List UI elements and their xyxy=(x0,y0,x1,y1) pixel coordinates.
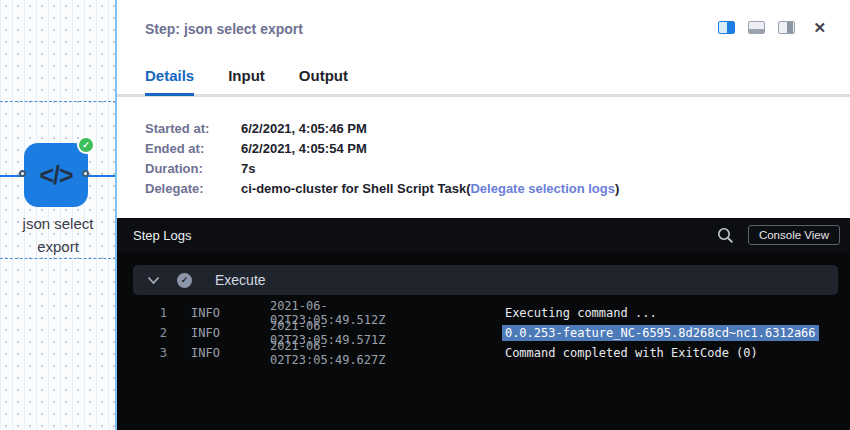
node-output-port[interactable] xyxy=(82,170,89,177)
stage-boundary-top xyxy=(0,101,116,102)
log-message: Executing command ... xyxy=(505,306,657,320)
log-message: Command completed with ExitCode (0) xyxy=(505,346,758,360)
log-message-selected: 0.0.253-feature_NC-6595.8d268cd~nc1.6312… xyxy=(502,325,819,341)
detail-value-ended: 6/2/2021, 4:05:54 PM xyxy=(241,139,619,159)
detail-label-delegate: Delegate: xyxy=(145,179,241,199)
log-line-2[interactable]: 2 INFO 2021-06-02T23:05:49.571Z 0.0.253-… xyxy=(117,323,850,343)
bottom-panel-icon[interactable] xyxy=(748,21,765,34)
log-timestamp: 2021-06-02T23:05:49.627Z xyxy=(270,339,443,367)
log-line-number: 3 xyxy=(147,346,167,360)
delegate-selection-logs-link[interactable]: Delegate selection logs xyxy=(470,181,615,196)
detail-label-duration: Duration: xyxy=(145,159,241,179)
detail-value-duration: 7s xyxy=(241,159,619,179)
search-icon[interactable] xyxy=(717,227,734,244)
node-label: json select export xyxy=(0,212,116,259)
log-level: INFO xyxy=(191,346,220,360)
success-check-badge: ✓ xyxy=(77,136,95,154)
step-logs-title: Step Logs xyxy=(133,228,192,243)
console-view-button[interactable]: Console View xyxy=(748,225,840,245)
step-details-panel: Step: json select export ✕ Details Input… xyxy=(117,0,850,218)
log-section-title: Execute xyxy=(215,272,266,288)
code-icon: </> xyxy=(39,161,72,190)
log-line-3[interactable]: 3 INFO 2021-06-02T23:05:49.627Z Command … xyxy=(117,343,850,363)
step-logs-header: Step Logs Console View xyxy=(117,218,850,252)
logs-actions: Console View xyxy=(717,218,840,252)
log-level: INFO xyxy=(191,326,220,340)
pipeline-canvas[interactable]: </> ✓ json select export xyxy=(0,0,116,430)
tab-input[interactable]: Input xyxy=(228,67,265,96)
log-level: INFO xyxy=(191,306,220,320)
log-line-number: 1 xyxy=(147,306,167,320)
canvas-panel-divider[interactable] xyxy=(115,0,117,430)
detail-label-ended: Ended at: xyxy=(145,139,241,159)
chevron-down-icon[interactable] xyxy=(147,276,160,285)
log-line-1[interactable]: 1 INFO 2021-06-02T23:05:49.512Z Executin… xyxy=(117,303,850,323)
panel-title: Step: json select export xyxy=(145,21,303,37)
node-input-port[interactable] xyxy=(19,170,26,177)
detail-value-started: 6/2/2021, 4:05:46 PM xyxy=(241,119,619,139)
right-panel-icon[interactable] xyxy=(778,21,795,34)
step-node-json-select-export[interactable]: </> ✓ xyxy=(24,143,88,207)
detail-value-delegate: ci-demo-cluster for Shell Script Task(De… xyxy=(241,179,619,199)
delegate-text-suffix: ) xyxy=(615,181,619,196)
split-view-icon[interactable] xyxy=(718,21,735,34)
tab-output[interactable]: Output xyxy=(299,67,348,96)
tab-details[interactable]: Details xyxy=(145,67,194,96)
section-success-icon: ✓ xyxy=(177,273,192,288)
close-icon[interactable]: ✕ xyxy=(813,20,826,35)
detail-label-started: Started at: xyxy=(145,119,241,139)
log-lines: 1 INFO 2021-06-02T23:05:49.512Z Executin… xyxy=(117,303,850,363)
log-section-execute[interactable]: ✓ Execute xyxy=(133,265,838,295)
panel-layout-controls: ✕ xyxy=(718,20,826,35)
step-logs-panel: Step Logs Console View ✓ Execute 1 INFO … xyxy=(117,218,850,430)
details-grid: Started at: 6/2/2021, 4:05:46 PM Ended a… xyxy=(145,119,619,199)
tab-bar: Details Input Output xyxy=(145,67,348,96)
delegate-text: ci-demo-cluster for Shell Script Task( xyxy=(241,181,470,196)
log-line-number: 2 xyxy=(147,326,167,340)
